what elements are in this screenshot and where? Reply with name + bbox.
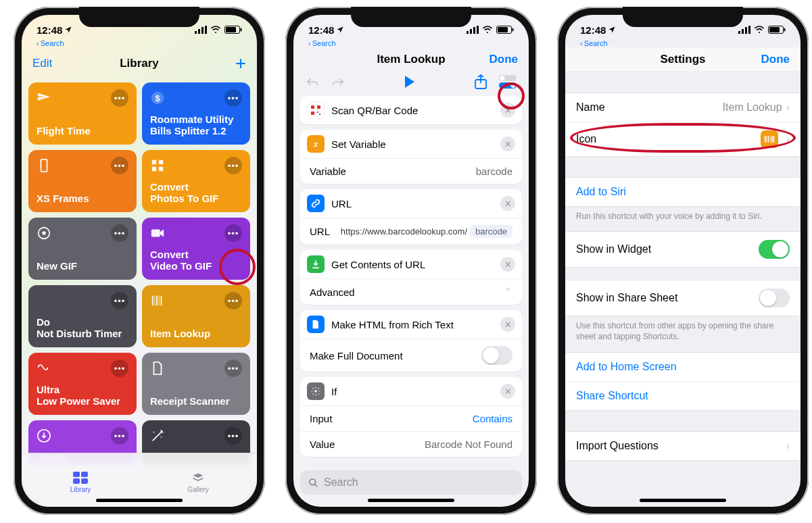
svg-rect-64 [771,136,773,143]
variable-icon: 𝑥 [307,135,325,153]
notch [351,7,471,27]
action-url[interactable]: URL✕ URLhttps://www.barcodelookup.com/ba… [300,189,522,245]
widget-toggle[interactable] [759,240,790,259]
tile-label: Do Not Disturb Timer [37,316,128,340]
shortcut-tile[interactable]: •••Convert Video To GIF [142,218,250,280]
tile-label: Convert Photos To GIF [150,181,242,205]
svg-rect-58 [769,27,780,32]
svg-text:$: $ [155,93,160,103]
row-show-widget[interactable]: Show in Widget [565,232,801,267]
chevron-right-icon: › [786,133,790,145]
back-to-search[interactable]: ‹Search [293,39,529,47]
tile-more-button[interactable]: ••• [224,224,242,242]
edit-button[interactable]: Edit [32,57,73,70]
svg-rect-0 [195,31,197,34]
svg-rect-47 [311,111,314,115]
full-document-toggle[interactable] [481,346,512,365]
url-value[interactable]: https://www.barcodelookup.com/ [341,226,467,236]
shortcut-tile[interactable]: •••Do Not Disturb Timer [28,285,137,347]
svg-rect-60 [764,136,765,143]
svg-rect-6 [226,27,236,32]
tile-more-button[interactable]: ••• [111,157,128,174]
settings-list: NameItem Lookup› Icon› Add to Siri Run t… [565,72,801,461]
advanced-toggle[interactable]: Advanced⌃ [300,278,522,305]
home-indicator[interactable] [368,499,454,502]
action-set-variable[interactable]: 𝑥Set Variable✕ Variablebarcode [300,130,522,184]
shortcut-tile[interactable]: $•••Roommate Utility Bills Splitter 1.2 [142,82,250,145]
tile-more-button[interactable]: ••• [224,359,242,377]
tile-more-button[interactable]: ••• [111,427,128,445]
settings-toggle-button[interactable] [499,75,517,89]
tile-label: XS Frames [37,193,128,204]
if-condition[interactable]: Contains [473,413,512,424]
shortcut-tile[interactable]: •••Ultra Low Power Saver [28,353,137,415]
barcode-icon [150,293,165,308]
param-value[interactable]: barcode [476,166,512,177]
if-value[interactable]: Barcode Not Found [425,439,512,450]
play-button[interactable] [404,75,416,89]
tile-more-button[interactable]: ••• [224,427,242,445]
shortcut-tile[interactable]: •••Receipt Scanner [142,353,250,415]
tile-more-button[interactable]: ••• [111,359,128,377]
share-button[interactable] [475,74,487,89]
row-import-questions[interactable]: Import Questions› [565,432,801,460]
row-show-share-sheet[interactable]: Show in Share Sheet [565,280,801,316]
tile-more-button[interactable]: ••• [224,292,242,309]
nav-bar: Item Lookup Done [293,47,529,72]
action-make-html[interactable]: Make HTML from Rich Text✕ Make Full Docu… [300,310,522,372]
share-sheet-toggle[interactable] [759,289,790,307]
wifi-icon [754,26,765,34]
svg-rect-54 [745,27,747,34]
shortcut-tile[interactable]: •••New GIF [28,218,137,280]
action-get-contents[interactable]: Get Contents of URL✕ Advanced⌃ [300,250,522,305]
action-if[interactable]: If✕ InputContains ValueBarcode Not Found [300,377,522,457]
row-add-home-screen[interactable]: Add to Home Screen [565,353,801,381]
add-button[interactable]: + [206,53,246,74]
remove-action-button[interactable]: ✕ [500,384,515,399]
tile-more-button[interactable]: ••• [111,224,128,242]
row-icon[interactable]: Icon› [565,122,801,156]
remove-action-button[interactable]: ✕ [500,103,515,118]
param-label: Value [310,439,335,450]
action-scan[interactable]: Scan QR/Bar Code✕ [300,96,522,124]
plane-icon [37,91,51,105]
svg-rect-38 [498,27,508,32]
shortcut-tile[interactable]: •••Item Lookup [142,285,250,347]
remove-action-button[interactable]: ✕ [500,196,515,211]
shortcut-tile[interactable]: •••Flight Time [28,82,137,145]
redo-button[interactable] [331,76,345,87]
back-to-search[interactable]: ‹Search [565,39,801,47]
svg-rect-35 [477,26,479,34]
undo-button[interactable] [306,76,319,87]
url-token[interactable]: barcode [470,225,512,238]
wifi-icon [210,26,221,34]
chevron-left-icon: ‹ [37,39,39,47]
tile-more-button[interactable]: ••• [224,157,242,174]
action-title: Scan QR/Bar Code [331,105,494,116]
action-title: Get Contents of URL [331,259,494,270]
remove-action-button[interactable]: ✕ [500,317,515,332]
tile-more-button[interactable]: ••• [111,89,128,107]
shortcut-tile[interactable]: •••Convert Photos To GIF [142,150,250,212]
svg-rect-28 [73,472,80,477]
done-button[interactable]: Done [477,53,518,66]
shortcut-tile[interactable]: •••XS Frames [28,150,137,212]
row-share-shortcut[interactable]: Share Shortcut [565,381,801,410]
row-name[interactable]: NameItem Lookup› [565,93,801,122]
done-button[interactable]: Done [749,53,790,66]
name-value: Item Lookup [723,101,782,114]
svg-rect-18 [152,296,153,306]
action-search[interactable]: Search [300,470,522,495]
remove-action-button[interactable]: ✕ [500,257,515,272]
svg-rect-21 [159,296,160,306]
home-indicator[interactable] [640,499,726,502]
tile-more-button[interactable]: ••• [224,89,242,107]
phone-icon [37,158,51,173]
tile-more-button[interactable]: ••• [111,292,128,309]
tab-label: Gallery [187,486,209,493]
svg-point-4 [215,32,216,33]
home-indicator[interactable] [96,499,183,502]
remove-action-button[interactable]: ✕ [500,136,515,151]
back-to-search[interactable]: ‹ Search [22,39,257,47]
row-add-to-siri[interactable]: Add to Siri [565,178,801,206]
